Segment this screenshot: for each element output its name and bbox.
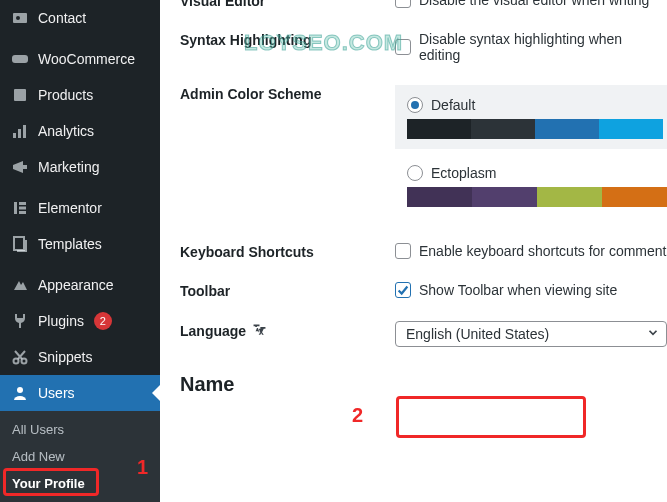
svg-rect-6 bbox=[23, 125, 26, 138]
language-select[interactable]: English (United States) bbox=[395, 321, 667, 347]
name-section-heading: Name bbox=[180, 373, 667, 396]
checkbox-checked-icon bbox=[395, 282, 411, 298]
color-scheme-label: Admin Color Scheme bbox=[180, 85, 395, 102]
templates-icon bbox=[10, 234, 30, 254]
update-count-badge: 2 bbox=[94, 312, 112, 330]
field-description: Show Toolbar when viewing site bbox=[419, 282, 617, 298]
visual-editor-toggle[interactable]: Disable the visual editor when writing bbox=[395, 0, 667, 8]
admin-sidebar: Contact WooCommerce Products Analytics bbox=[0, 0, 160, 502]
sidebar-item-woocommerce[interactable]: WooCommerce bbox=[0, 41, 160, 77]
sidebar-item-label: Snippets bbox=[38, 347, 92, 367]
toolbar-label: Toolbar bbox=[180, 282, 395, 299]
submenu-all-users[interactable]: All Users bbox=[0, 416, 160, 443]
analytics-icon bbox=[10, 121, 30, 141]
plugins-icon bbox=[10, 311, 30, 331]
elementor-icon bbox=[10, 198, 30, 218]
keyboard-shortcuts-label: Keyboard Shortcuts bbox=[180, 243, 395, 260]
palette-swatches bbox=[407, 187, 667, 207]
sidebar-item-elementor[interactable]: Elementor bbox=[0, 190, 160, 226]
svg-rect-7 bbox=[23, 165, 27, 169]
snippets-icon bbox=[10, 347, 30, 367]
svg-rect-10 bbox=[19, 207, 26, 210]
chevron-down-icon bbox=[646, 326, 660, 343]
submenu-add-new[interactable]: Add New bbox=[0, 443, 160, 470]
radio-icon bbox=[407, 97, 423, 113]
sidebar-item-label: Appearance bbox=[38, 275, 114, 295]
svg-point-1 bbox=[16, 16, 20, 20]
profile-form: Visual Editor Disable the visual editor … bbox=[160, 0, 667, 502]
svg-rect-12 bbox=[14, 237, 24, 250]
svg-rect-8 bbox=[14, 202, 17, 214]
sidebar-item-label: Marketing bbox=[38, 157, 99, 177]
sidebar-item-templates[interactable]: Templates bbox=[0, 226, 160, 262]
selected-value: English (United States) bbox=[406, 326, 549, 342]
svg-rect-9 bbox=[19, 202, 26, 205]
checkbox-icon bbox=[395, 0, 411, 8]
sidebar-item-products[interactable]: Products bbox=[0, 77, 160, 113]
sidebar-item-label: Templates bbox=[38, 234, 102, 254]
keyboard-shortcuts-toggle[interactable]: Enable keyboard shortcuts for comment bbox=[395, 243, 667, 259]
sidebar-item-analytics[interactable]: Analytics bbox=[0, 113, 160, 149]
syntax-highlighting-label: Syntax Highlighting bbox=[180, 31, 395, 48]
appearance-icon bbox=[10, 275, 30, 295]
sidebar-item-snippets[interactable]: Snippets bbox=[0, 339, 160, 375]
sidebar-item-label: Products bbox=[38, 85, 93, 105]
radio-icon bbox=[407, 165, 423, 181]
submenu-your-profile[interactable]: Your Profile bbox=[0, 470, 160, 497]
palette-swatches bbox=[407, 119, 663, 139]
checkbox-icon bbox=[395, 243, 411, 259]
sidebar-item-label: Contact bbox=[38, 8, 86, 28]
sidebar-item-contact[interactable]: Contact bbox=[0, 0, 160, 36]
sidebar-item-plugins[interactable]: Plugins 2 bbox=[0, 303, 160, 339]
scheme-name: Default bbox=[431, 97, 475, 113]
svg-point-15 bbox=[17, 387, 23, 393]
woocommerce-icon bbox=[10, 49, 30, 69]
field-description: Enable keyboard shortcuts for comment bbox=[419, 243, 666, 259]
syntax-highlighting-toggle[interactable]: Disable syntax highlighting when editing bbox=[395, 31, 667, 63]
scheme-name: Ectoplasm bbox=[431, 165, 496, 181]
svg-rect-5 bbox=[18, 129, 21, 138]
sidebar-item-label: Elementor bbox=[38, 198, 102, 218]
sidebar-item-users[interactable]: Users bbox=[0, 375, 160, 411]
svg-point-13 bbox=[14, 359, 19, 364]
field-description: Disable the visual editor when writing bbox=[419, 0, 649, 8]
language-label: Language bbox=[180, 321, 395, 339]
svg-rect-2 bbox=[12, 55, 28, 63]
color-scheme-option-default[interactable]: Default bbox=[395, 85, 667, 149]
sidebar-item-label: Users bbox=[38, 383, 75, 403]
sidebar-item-label: Analytics bbox=[38, 121, 94, 141]
toolbar-toggle[interactable]: Show Toolbar when viewing site bbox=[395, 282, 667, 298]
marketing-icon bbox=[10, 157, 30, 177]
sidebar-item-label: Plugins bbox=[38, 311, 84, 331]
color-scheme-option-ectoplasm[interactable]: Ectoplasm bbox=[395, 165, 667, 207]
checkbox-icon bbox=[395, 39, 411, 55]
svg-rect-4 bbox=[13, 133, 16, 138]
svg-rect-11 bbox=[19, 211, 26, 214]
svg-point-14 bbox=[22, 359, 27, 364]
visual-editor-label: Visual Editor bbox=[180, 0, 395, 9]
users-submenu: All Users Add New Your Profile bbox=[0, 411, 160, 502]
field-description: Disable syntax highlighting when editing bbox=[419, 31, 667, 63]
sidebar-item-appearance[interactable]: Appearance bbox=[0, 267, 160, 303]
products-icon bbox=[10, 85, 30, 105]
users-icon bbox=[10, 383, 30, 403]
contact-icon bbox=[10, 8, 30, 28]
translate-icon bbox=[251, 322, 268, 339]
svg-rect-3 bbox=[14, 89, 26, 101]
sidebar-item-label: WooCommerce bbox=[38, 49, 135, 69]
sidebar-item-marketing[interactable]: Marketing bbox=[0, 149, 160, 185]
